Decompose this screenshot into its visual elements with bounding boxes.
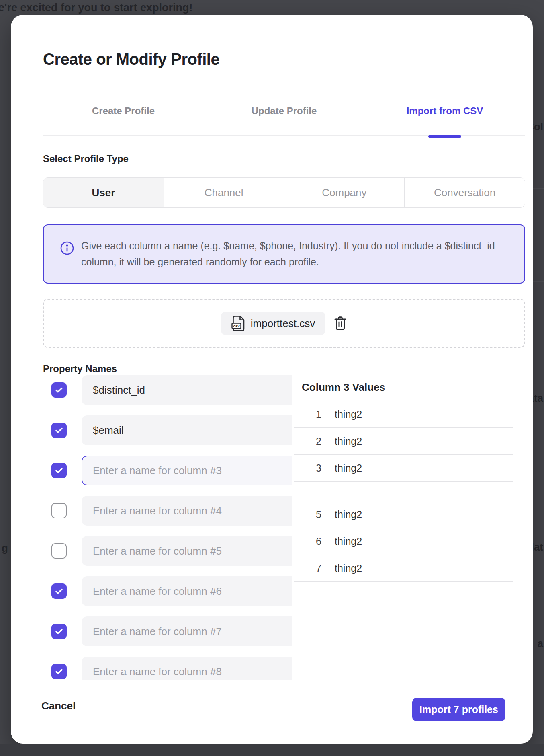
property-name-input-6[interactable]	[82, 576, 292, 606]
svg-text:csv: csv	[233, 324, 240, 328]
property-name-input-8[interactable]	[82, 657, 292, 680]
background-right-edge: Colatalata	[533, 0, 544, 756]
property-checkbox-8[interactable]	[51, 664, 67, 679]
column-values-table-bottom: 5thing26thing27thing2	[294, 501, 513, 582]
property-row-5	[43, 536, 292, 566]
checkmark-icon	[54, 385, 64, 395]
property-checkbox-2[interactable]	[51, 423, 67, 438]
value-row-7: 7thing2	[294, 555, 513, 582]
background-text-fragment: g	[2, 542, 8, 555]
profile-type-company[interactable]: Company	[284, 178, 405, 207]
tab-update-profile[interactable]: Update Profile	[204, 105, 364, 117]
uploaded-file-chip[interactable]: csv importtest.csv	[221, 312, 325, 335]
property-row-6	[43, 576, 292, 606]
uploaded-file-name: importtest.csv	[251, 317, 315, 330]
trash-icon	[334, 316, 346, 331]
checkmark-icon	[54, 425, 64, 435]
property-row-7	[43, 616, 292, 646]
checkmark-icon	[54, 586, 64, 596]
value-row-5: 5thing2	[294, 501, 513, 528]
property-checkbox-3[interactable]	[51, 463, 67, 478]
background-text-fragment: lat	[533, 541, 543, 553]
column-values-header: Column 3 Values	[294, 374, 513, 401]
property-checkbox-7[interactable]	[51, 624, 67, 639]
info-banner-text: Give each column a name (e.g. $name, $ph…	[81, 238, 507, 270]
value-row-value: thing2	[327, 501, 513, 528]
value-row-value: thing2	[327, 428, 513, 455]
property-row-3	[43, 456, 292, 485]
property-checkbox-1[interactable]	[51, 382, 67, 398]
value-row-index: 2	[294, 428, 327, 455]
value-row-3: 3thing2	[294, 455, 513, 482]
profile-type-label: Select Profile Type	[43, 153, 129, 164]
create-or-modify-profile-modal: Create or Modify Profile Create ProfileU…	[11, 15, 533, 744]
property-checkbox-5[interactable]	[51, 543, 67, 559]
info-icon	[60, 241, 74, 255]
background-text-fragment: a	[538, 637, 543, 650]
value-row-index: 6	[294, 528, 327, 555]
property-name-input-3[interactable]	[82, 456, 292, 485]
property-checkbox-6[interactable]	[51, 583, 67, 599]
checkmark-icon	[54, 667, 64, 676]
background-bottom-edge	[0, 744, 544, 756]
value-row-1: 1thing2	[294, 401, 513, 428]
property-name-input-2[interactable]	[82, 415, 292, 445]
property-name-input-4[interactable]	[82, 496, 292, 526]
property-names-list	[43, 375, 292, 680]
property-name-input-1[interactable]	[82, 375, 292, 405]
property-row-1	[43, 375, 292, 405]
value-row-value: thing2	[327, 455, 513, 482]
value-row-value: thing2	[327, 401, 513, 428]
csv-file-icon: csv	[231, 315, 245, 331]
info-banner: Give each column a name (e.g. $name, $ph…	[43, 224, 525, 284]
value-row-6: 6thing2	[294, 528, 513, 555]
checkmark-icon	[54, 466, 64, 475]
checkmark-icon	[54, 627, 64, 636]
background-text-fragment: ata	[533, 392, 543, 405]
property-name-input-7[interactable]	[82, 616, 292, 646]
tab-import-from-csv[interactable]: Import from CSV	[364, 105, 525, 117]
import-profiles-button[interactable]: Import 7 profiles	[412, 698, 505, 721]
value-row-2: 2thing2	[294, 428, 513, 455]
property-row-4	[43, 496, 292, 526]
value-row-index: 3	[294, 455, 327, 482]
value-row-value: thing2	[327, 555, 513, 582]
background-left-edge: g	[0, 0, 11, 756]
background-text-fragment: Col	[533, 121, 543, 133]
profile-type-user[interactable]: User	[43, 178, 164, 207]
modal-tabs: Create ProfileUpdate ProfileImport from …	[43, 105, 525, 136]
csv-dropzone[interactable]: csv importtest.csv	[43, 299, 525, 348]
column-values-table-top: Column 3 Values 1thing22thing23thing2	[294, 374, 513, 482]
property-names-label: Property Names	[43, 363, 117, 374]
value-row-index: 5	[294, 501, 327, 528]
value-row-value: thing2	[327, 528, 513, 555]
value-row-index: 1	[294, 401, 327, 428]
cancel-button[interactable]: Cancel	[41, 700, 76, 712]
background-page-text: e're excited for you to start exploring!	[0, 2, 193, 14]
property-row-2	[43, 415, 292, 445]
property-row-8	[43, 657, 292, 680]
tab-create-profile[interactable]: Create Profile	[43, 105, 204, 117]
delete-file-button[interactable]	[334, 316, 347, 331]
profile-type-conversation[interactable]: Conversation	[404, 178, 525, 207]
profile-type-segmented-control: UserChannelCompanyConversation	[43, 177, 525, 208]
property-checkbox-4[interactable]	[51, 503, 67, 518]
modal-title: Create or Modify Profile	[43, 50, 219, 68]
value-row-index: 7	[294, 555, 327, 582]
property-name-input-5[interactable]	[82, 536, 292, 566]
profile-type-channel[interactable]: Channel	[164, 178, 284, 207]
